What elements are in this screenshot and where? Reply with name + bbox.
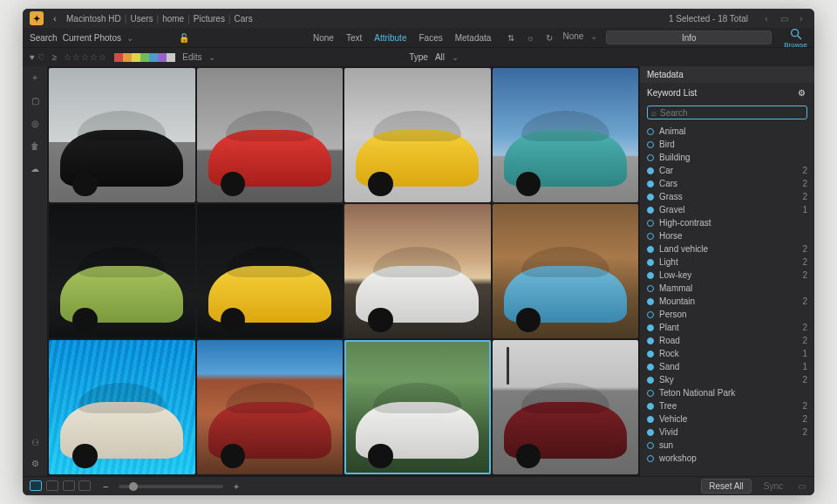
keyword-row[interactable]: High-contrast (647, 216, 807, 229)
thumbnail[interactable] (493, 340, 639, 474)
zoom-out-icon[interactable]: – (99, 480, 112, 493)
keyword-toggle-icon[interactable] (647, 442, 654, 449)
keyword-row[interactable]: Horse (647, 229, 807, 242)
thumbnail[interactable] (49, 204, 195, 338)
breadcrumb-segment[interactable]: Users (130, 14, 153, 24)
thumbnail[interactable] (344, 204, 491, 338)
color-swatch[interactable] (114, 53, 123, 62)
keyword-toggle-icon[interactable] (647, 128, 654, 135)
keyword-toggle-icon[interactable] (647, 429, 654, 436)
keyword-toggle-icon[interactable] (647, 337, 654, 344)
keyword-row[interactable]: Plant2 (647, 321, 807, 334)
keyword-row[interactable]: Grass2 (647, 190, 807, 203)
keyword-row[interactable]: Tree2 (647, 399, 807, 412)
keyword-search[interactable]: ⌕ (647, 106, 807, 119)
keyword-toggle-icon[interactable] (647, 324, 654, 331)
add-icon[interactable]: ＋ (29, 72, 41, 84)
keyword-row[interactable]: sun (647, 439, 807, 452)
heart-filter[interactable]: ♥ ♡ (30, 52, 45, 62)
tab-text[interactable]: Text (341, 31, 367, 44)
keyword-row[interactable]: Mountain2 (647, 295, 807, 308)
compare-view-icon[interactable] (63, 480, 75, 491)
sort-icon[interactable]: ⇅ (505, 31, 517, 44)
keyword-toggle-icon[interactable] (647, 351, 654, 358)
thumbnail[interactable] (49, 340, 195, 474)
breadcrumb-segment[interactable]: Cars (235, 14, 253, 24)
keyword-row[interactable]: Road2 (647, 334, 807, 347)
breadcrumb-segment[interactable]: home (162, 14, 184, 24)
monitor-icon[interactable]: ▢ (29, 94, 41, 106)
keyword-toggle-icon[interactable] (647, 180, 654, 187)
keyword-row[interactable]: Sand1 (647, 360, 807, 373)
keyword-row[interactable]: workshop (647, 452, 807, 465)
keyword-row[interactable]: Mammal (647, 282, 807, 295)
nav-up-icon[interactable]: ‹ (760, 12, 772, 24)
grid-view-icon[interactable] (30, 480, 42, 491)
thumbnail[interactable] (197, 340, 344, 474)
color-swatch[interactable] (167, 53, 175, 62)
gte-icon[interactable]: ≥ (52, 52, 58, 62)
user-icon[interactable]: ⚇ (29, 436, 41, 448)
tab-attribute[interactable]: Attribute (369, 31, 412, 44)
star-filter[interactable]: ☆☆☆☆☆ (64, 52, 107, 62)
chevron-down-icon[interactable]: ⌄ (126, 33, 133, 43)
breadcrumb-segment[interactable]: Pictures (194, 14, 225, 24)
folder-icon[interactable]: ▭ (778, 12, 790, 24)
nav-down-icon[interactable]: › (795, 12, 807, 24)
keyword-toggle-icon[interactable] (647, 194, 654, 201)
keyword-toggle-icon[interactable] (647, 377, 654, 384)
keyword-toggle-icon[interactable] (647, 272, 654, 279)
cloud-icon[interactable]: ☁ (29, 162, 41, 174)
keyword-row[interactable]: Teton National Park (647, 386, 807, 399)
metadata-header[interactable]: Metadata (640, 66, 814, 83)
breadcrumb[interactable]: Macintosh HD|Users|home|Pictures|Cars (66, 14, 253, 24)
back-icon[interactable]: ‹ (49, 12, 61, 24)
keyword-row[interactable]: Cars2 (647, 177, 807, 190)
browse-mode[interactable]: Browse (784, 27, 807, 49)
brightness-icon[interactable]: ☼ (524, 31, 536, 44)
thumbnail[interactable] (197, 204, 344, 338)
thumb-size-slider[interactable] (119, 485, 223, 488)
keyword-row[interactable]: Animal (647, 125, 807, 138)
gear-icon[interactable]: ⚙ (29, 457, 41, 469)
keyword-toggle-icon[interactable] (647, 141, 654, 148)
sync-button[interactable]: Sync (759, 480, 788, 493)
keyword-toggle-icon[interactable] (647, 167, 654, 174)
type-value[interactable]: All (435, 52, 445, 62)
thumbnail[interactable] (197, 68, 344, 202)
keyword-row[interactable]: Bird (647, 138, 807, 151)
unlock-icon[interactable]: 🔓 (178, 31, 190, 44)
keyword-search-input[interactable] (660, 108, 803, 118)
color-swatch[interactable] (123, 53, 132, 62)
keyword-toggle-icon[interactable] (647, 455, 654, 462)
keyword-toggle-icon[interactable] (647, 233, 654, 240)
keyword-toggle-icon[interactable] (647, 364, 654, 371)
keyword-toggle-icon[interactable] (647, 220, 654, 227)
search-scope[interactable]: Current Photos (63, 33, 121, 43)
keyword-toggle-icon[interactable] (647, 154, 654, 161)
sort-none[interactable]: None (562, 31, 583, 44)
color-swatch[interactable] (158, 53, 167, 62)
keyword-toggle-icon[interactable] (647, 259, 654, 266)
thumbnail[interactable] (49, 68, 195, 202)
keyword-row[interactable]: Building (647, 151, 807, 164)
keyword-toggle-icon[interactable] (647, 403, 654, 410)
keyword-row[interactable]: Light2 (647, 255, 807, 269)
camera-icon[interactable]: ◎ (29, 117, 41, 129)
keyword-row[interactable]: Vehicle2 (647, 412, 807, 426)
keyword-toggle-icon[interactable] (647, 390, 654, 397)
keyword-toggle-icon[interactable] (647, 298, 654, 305)
keyword-toggle-icon[interactable] (647, 285, 654, 292)
keyword-toggle-icon[interactable] (647, 207, 654, 214)
color-swatch[interactable] (132, 53, 140, 62)
color-swatch[interactable] (140, 53, 149, 62)
info-button[interactable]: Info (606, 31, 772, 44)
chevron-down-icon[interactable]: ⌄ (452, 52, 459, 62)
tab-none[interactable]: None (308, 31, 339, 44)
keyword-row[interactable]: Gravel1 (647, 203, 807, 216)
gear-icon[interactable]: ⚙ (795, 86, 807, 99)
keyword-row[interactable]: Person (647, 308, 807, 321)
keyword-row[interactable]: Land vehicle2 (647, 242, 807, 255)
trash-icon[interactable]: 🗑 (29, 140, 41, 152)
view-toggles[interactable] (30, 480, 92, 493)
